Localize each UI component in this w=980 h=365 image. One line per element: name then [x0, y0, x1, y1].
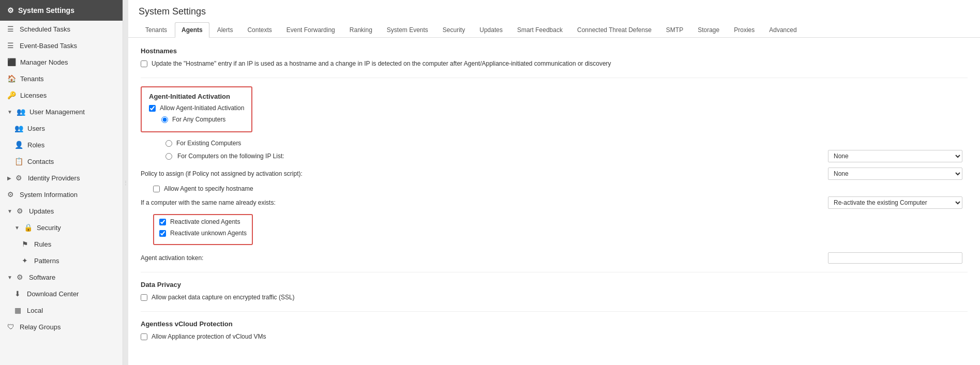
tab-bar: Tenants Agents Alerts Contexts Event For…: [139, 22, 970, 37]
updates-icon: ⚙: [17, 207, 25, 215]
allow-activation-checkbox[interactable]: [149, 105, 156, 112]
sidebar-label: Security: [37, 224, 61, 232]
sidebar-item-roles[interactable]: 👤 Roles: [0, 136, 123, 153]
content-area: Hostnames Update the "Hostname" entry if…: [128, 38, 980, 365]
sidebar: ⚙ System Settings ☰ Scheduled Tasks ☰ Ev…: [0, 0, 123, 365]
sidebar-item-relay-groups[interactable]: 🛡 Relay Groups: [0, 318, 123, 335]
gear-icon: ⚙: [7, 6, 14, 14]
sidebar-item-system-information[interactable]: ⚙ System Information: [0, 186, 123, 203]
reactivate-cloned-label: Reactivate cloned Agents: [170, 218, 240, 225]
main-header: System Settings Tenants Agents Alerts Co…: [128, 0, 980, 38]
activation-title: Agent-Initiated Activation: [149, 93, 244, 100]
for-any-computers-row: For Any Computers: [149, 116, 244, 123]
vcloud-section: Agentless vCloud Protection Allow Applia…: [141, 320, 968, 340]
data-privacy-section: Data Privacy Allow packet data capture o…: [141, 281, 968, 301]
reactivate-cloned-checkbox[interactable]: [159, 219, 166, 225]
tab-storage[interactable]: Storage: [691, 22, 726, 37]
sidebar-item-licenses[interactable]: 🔑 Licenses: [0, 87, 123, 103]
users-icon: 👥: [14, 124, 23, 132]
for-existing-computers-label: For Existing Computers: [176, 140, 241, 147]
reactivate-unknown-row: Reactivate unknown Agents: [159, 230, 247, 237]
tab-security[interactable]: Security: [436, 22, 472, 37]
sidebar-item-software[interactable]: ▼ ⚙ Software: [0, 269, 123, 285]
same-name-row: If a computer with the same name already…: [141, 196, 968, 209]
licenses-icon: 🔑: [7, 91, 16, 99]
tab-agents[interactable]: Agents: [175, 22, 209, 38]
sidebar-item-tenants[interactable]: 🏠 Tenants: [0, 70, 123, 87]
policy-dropdown[interactable]: None: [828, 168, 962, 180]
sidebar-label: Scheduled Tasks: [20, 25, 70, 33]
sidebar-item-scheduled-tasks[interactable]: ☰ Scheduled Tasks: [0, 21, 123, 37]
sidebar-item-download-center[interactable]: ⬇ Download Center: [0, 285, 123, 302]
sidebar-label: User Management: [29, 108, 85, 116]
hostnames-title: Hostnames: [141, 47, 968, 55]
allow-agent-hostname-label: Allow Agent to specify hostname: [164, 185, 253, 192]
tab-system-events[interactable]: System Events: [380, 22, 435, 37]
chevron-down-icon-updates: ▼: [7, 208, 12, 214]
data-privacy-checkbox[interactable]: [141, 294, 147, 301]
event-based-tasks-icon: ☰: [7, 41, 16, 50]
sidebar-item-rules[interactable]: ⚑ Rules: [0, 236, 123, 252]
tab-tenants[interactable]: Tenants: [139, 22, 174, 37]
sidebar-label: Download Center: [27, 290, 79, 298]
local-icon: ▦: [14, 306, 23, 314]
sidebar-item-updates[interactable]: ▼ ⚙ Updates: [0, 203, 123, 219]
tab-advanced[interactable]: Advanced: [762, 22, 803, 37]
for-any-computers-label: For Any Computers: [172, 116, 225, 123]
roles-icon: 👤: [14, 141, 23, 149]
sidebar-label: Contacts: [27, 158, 54, 165]
sidebar-label: Local: [27, 307, 43, 314]
tab-connected-threat-defense[interactable]: Connected Threat Defense: [570, 22, 658, 37]
tab-smart-feedback[interactable]: Smart Feedback: [510, 22, 569, 37]
tab-event-forwarding[interactable]: Event Forwarding: [280, 22, 342, 37]
rules-icon: ⚑: [22, 240, 30, 248]
tab-proxies[interactable]: Proxies: [727, 22, 761, 37]
for-any-computers-radio[interactable]: [161, 116, 168, 123]
sidebar-item-event-based-tasks[interactable]: ☰ Event-Based Tasks: [0, 37, 123, 54]
sidebar-resizer[interactable]: ⋮: [123, 0, 128, 365]
sidebar-item-patterns[interactable]: ✦ Patterns: [0, 252, 123, 269]
for-existing-computers-row: For Existing Computers: [141, 140, 968, 147]
tab-ranking[interactable]: Ranking: [343, 22, 379, 37]
vcloud-label: Allow Appliance protection of vCloud VMs: [152, 333, 266, 340]
hostnames-checkbox[interactable]: [141, 60, 147, 67]
system-information-icon: ⚙: [7, 190, 16, 199]
sidebar-item-identity-providers[interactable]: ▶ ⚙ Identity Providers: [0, 170, 123, 186]
sidebar-item-manager-nodes[interactable]: ⬛ Manager Nodes: [0, 54, 123, 70]
agent-activation-token-input[interactable]: [828, 252, 962, 264]
for-computers-ip-list-row: For Computers on the following IP List: …: [141, 150, 968, 162]
vcloud-title: Agentless vCloud Protection: [141, 320, 968, 328]
tab-contexts[interactable]: Contexts: [240, 22, 278, 37]
chevron-down-icon-software: ▼: [7, 275, 12, 280]
for-computers-ip-list-radio[interactable]: [165, 153, 172, 160]
sidebar-item-users[interactable]: 👥 Users: [0, 120, 123, 136]
user-management-icon: 👥: [17, 108, 25, 116]
tab-smtp[interactable]: SMTP: [659, 22, 690, 37]
chevron-right-icon: ▶: [7, 175, 11, 181]
sidebar-label: Identity Providers: [28, 174, 80, 182]
sidebar-item-user-management[interactable]: ▼ 👥 User Management: [0, 103, 123, 120]
hostnames-section: Hostnames Update the "Hostname" entry if…: [141, 47, 968, 67]
data-privacy-title: Data Privacy: [141, 281, 968, 288]
same-name-dropdown[interactable]: Re-activate the existing Computer: [828, 196, 962, 209]
reactivate-unknown-checkbox[interactable]: [159, 230, 166, 237]
policy-assign-label: Policy to assign (if Policy not assigned…: [141, 170, 303, 177]
sidebar-label: Event-Based Tasks: [20, 42, 77, 50]
ip-list-dropdown[interactable]: None: [828, 150, 962, 162]
policy-assign-row: Policy to assign (if Policy not assigned…: [141, 168, 968, 180]
tab-alerts[interactable]: Alerts: [210, 22, 240, 37]
allow-agent-hostname-checkbox[interactable]: [153, 186, 160, 192]
sidebar-item-local[interactable]: ▦ Local: [0, 302, 123, 318]
sidebar-label: Licenses: [20, 92, 47, 99]
for-existing-computers-radio[interactable]: [165, 140, 172, 147]
sidebar-item-contacts[interactable]: 📋 Contacts: [0, 153, 123, 170]
scheduled-tasks-icon: ☰: [7, 25, 16, 33]
identity-providers-icon: ⚙: [16, 174, 24, 182]
relay-groups-icon: 🛡: [7, 323, 16, 331]
page-title: System Settings: [139, 6, 970, 17]
sidebar-label: Updates: [29, 207, 54, 215]
vcloud-checkbox[interactable]: [141, 333, 147, 340]
tab-updates[interactable]: Updates: [473, 22, 509, 37]
sidebar-label: Patterns: [34, 257, 59, 265]
sidebar-item-security[interactable]: ▼ 🔒 Security: [0, 219, 123, 236]
